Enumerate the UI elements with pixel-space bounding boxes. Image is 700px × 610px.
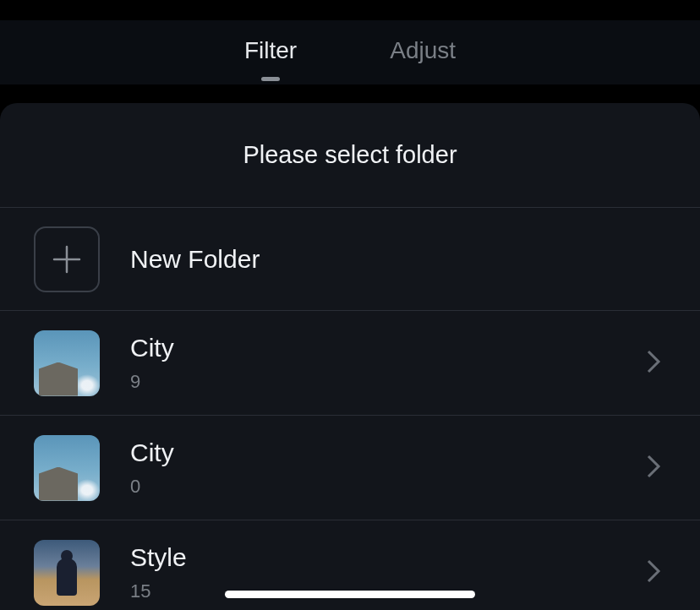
sheet-title: Please select folder bbox=[243, 141, 457, 169]
folder-name: City bbox=[130, 438, 666, 467]
home-indicator[interactable] bbox=[225, 591, 475, 598]
tab-adjust[interactable]: Adjust bbox=[390, 37, 456, 68]
folder-thumbnail bbox=[34, 435, 100, 501]
new-folder-label: New Folder bbox=[130, 245, 666, 274]
plus-icon bbox=[34, 226, 100, 292]
tab-filter[interactable]: Filter bbox=[244, 37, 297, 68]
folder-count: 9 bbox=[130, 371, 666, 393]
folder-select-sheet: Please select folder New Folder City 9 C… bbox=[0, 103, 700, 610]
folder-row[interactable]: City 0 bbox=[0, 416, 700, 520]
folder-count: 0 bbox=[130, 476, 666, 498]
folder-row[interactable]: City 9 bbox=[0, 311, 700, 416]
folder-name: Style bbox=[130, 543, 666, 572]
tab-filter-label: Filter bbox=[244, 37, 297, 63]
top-spacer bbox=[0, 0, 700, 20]
folder-thumbnail bbox=[34, 540, 100, 606]
chevron-right-icon bbox=[646, 349, 661, 378]
chevron-right-icon bbox=[646, 558, 661, 587]
sheet-header: Please select folder bbox=[0, 103, 700, 208]
folder-thumbnail bbox=[34, 330, 100, 396]
chevron-right-icon bbox=[646, 454, 661, 482]
new-folder-row[interactable]: New Folder bbox=[0, 208, 700, 311]
tab-indicator bbox=[261, 77, 280, 81]
tab-bar: Filter Adjust bbox=[0, 20, 700, 84]
folder-name: City bbox=[130, 334, 666, 362]
tab-adjust-label: Adjust bbox=[390, 37, 456, 63]
